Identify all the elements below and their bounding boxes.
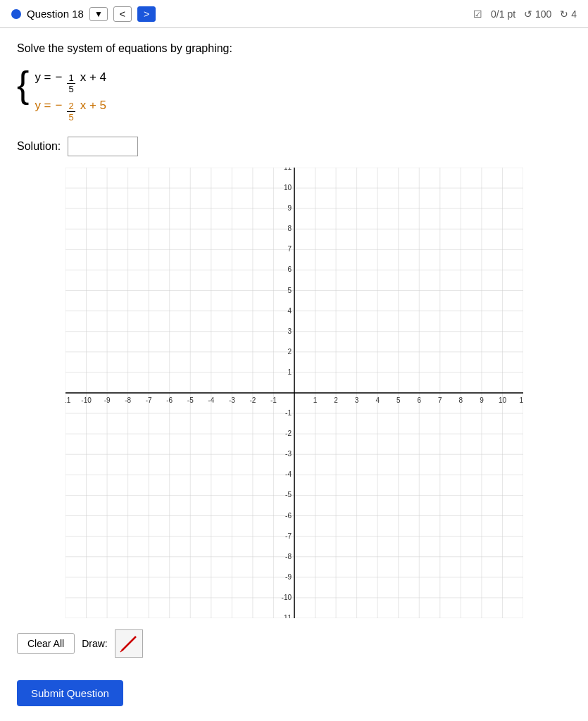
header: Question 18 ▼ < > ☑ 0/1 pt ↺ 100 ↻ 4 <box>0 0 588 28</box>
submit-button[interactable]: Submit Question <box>17 680 123 706</box>
svg-text:-9: -9 <box>285 573 292 581</box>
brace: { <box>17 66 29 103</box>
solution-label: Solution: <box>17 140 61 153</box>
svg-text:10: 10 <box>283 184 292 192</box>
graph-svg[interactable]: -11-10-9-8-7-6-5-4-3-2-11234567891011-11… <box>65 168 523 618</box>
eq1-lhs: y = <box>35 70 51 84</box>
svg-text:9: 9 <box>480 396 484 404</box>
eq1-minus: − <box>56 70 63 84</box>
eq1-rest: x + 4 <box>80 70 106 84</box>
equation-1: y = − 1 5 x + 4 <box>35 70 106 94</box>
next-button[interactable]: > <box>137 6 156 22</box>
eq1-frac-num: 1 <box>67 73 75 84</box>
eq1-frac-den: 5 <box>67 84 75 94</box>
eq2-rest: x + 5 <box>80 99 106 113</box>
svg-text:4: 4 <box>375 396 380 404</box>
score-label: 0/1 pt <box>491 8 515 20</box>
svg-text:-3: -3 <box>228 396 234 404</box>
svg-text:1: 1 <box>287 368 292 376</box>
svg-text:-6: -6 <box>166 396 173 404</box>
svg-text:-4: -4 <box>285 470 292 478</box>
svg-text:6: 6 <box>417 396 421 404</box>
equation-2: y = − 2 5 x + 5 <box>35 99 106 123</box>
svg-text:8: 8 <box>458 396 463 404</box>
main-content: Solve the system of equations by graphin… <box>0 28 588 720</box>
svg-text:-2: -2 <box>285 430 292 437</box>
svg-text:2: 2 <box>287 348 292 356</box>
eq2-lhs: y = <box>35 99 51 113</box>
eq2-frac-num: 2 <box>67 101 75 112</box>
eq2-frac-den: 5 <box>67 112 75 123</box>
draw-label: Draw: <box>82 638 108 649</box>
svg-text:-11: -11 <box>281 614 292 618</box>
svg-text:8: 8 <box>287 225 292 232</box>
svg-text:-7: -7 <box>145 396 151 404</box>
svg-text:5: 5 <box>287 287 292 294</box>
header-right: ☑ 0/1 pt ↺ 100 ↻ 4 <box>473 8 577 20</box>
svg-text:-1: -1 <box>285 409 292 417</box>
solution-input[interactable] <box>68 137 138 156</box>
svg-text:-10: -10 <box>281 594 292 601</box>
svg-text:10: 10 <box>498 396 506 404</box>
eq2-minus: − <box>56 99 63 113</box>
clear-all-button[interactable]: Clear All <box>17 633 75 654</box>
header-left: Question 18 ▼ < > <box>11 6 156 22</box>
equations-list: y = − 1 5 x + 4 y = − 2 5 x + 5 <box>35 66 106 123</box>
svg-text:11: 11 <box>283 168 292 171</box>
svg-text:11: 11 <box>519 396 523 404</box>
svg-text:-6: -6 <box>285 512 292 520</box>
graph-container: -11-10-9-8-7-6-5-4-3-2-11234567891011-11… <box>65 168 523 618</box>
svg-text:-7: -7 <box>285 532 292 540</box>
svg-text:-8: -8 <box>125 396 131 404</box>
eq1-fraction: 1 5 <box>67 73 75 94</box>
equations-block: { y = − 1 5 x + 4 y = − 2 5 x + 5 <box>17 66 571 123</box>
undo-label[interactable]: ↺ 100 <box>524 8 551 20</box>
svg-text:-5: -5 <box>285 491 292 499</box>
controls-row: Clear All Draw: <box>17 629 571 658</box>
svg-text:-11: -11 <box>65 396 71 404</box>
svg-text:2: 2 <box>334 396 338 404</box>
question-title: Question 18 <box>27 8 84 20</box>
svg-text:-5: -5 <box>187 396 193 404</box>
svg-text:-1: -1 <box>270 396 277 404</box>
svg-text:7: 7 <box>287 245 292 253</box>
svg-text:5: 5 <box>396 396 400 404</box>
svg-text:-2: -2 <box>249 396 256 404</box>
eq2-fraction: 2 5 <box>67 101 75 123</box>
svg-text:6: 6 <box>287 265 292 273</box>
svg-text:3: 3 <box>354 396 358 404</box>
svg-text:9: 9 <box>287 204 292 212</box>
svg-text:3: 3 <box>287 327 292 335</box>
svg-line-92 <box>122 637 136 651</box>
svg-text:-9: -9 <box>104 396 110 404</box>
svg-text:7: 7 <box>438 396 442 404</box>
svg-text:-4: -4 <box>208 396 214 404</box>
prev-button[interactable]: < <box>113 6 132 22</box>
question-dot <box>11 9 21 19</box>
svg-text:-3: -3 <box>285 450 292 458</box>
draw-tool-icon[interactable] <box>115 629 143 658</box>
score-check-icon: ☑ <box>473 8 482 20</box>
question-dropdown[interactable]: ▼ <box>89 7 108 21</box>
svg-text:4: 4 <box>287 307 292 315</box>
svg-text:1: 1 <box>313 396 317 404</box>
problem-statement: Solve the system of equations by graphin… <box>17 42 571 55</box>
solution-row: Solution: <box>17 137 571 156</box>
svg-text:-10: -10 <box>81 396 92 404</box>
svg-text:-8: -8 <box>285 553 292 560</box>
redo-label[interactable]: ↻ 4 <box>560 8 577 20</box>
